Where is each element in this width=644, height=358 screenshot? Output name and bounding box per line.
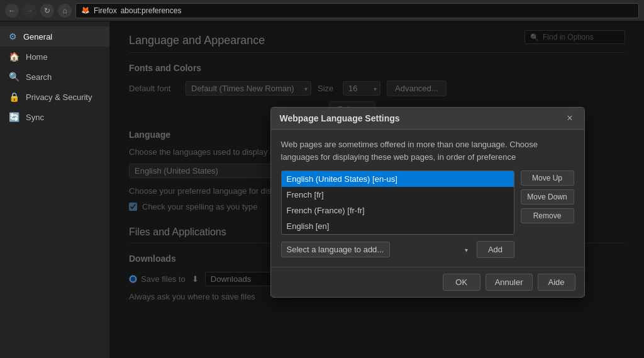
browser-chrome: ← → ↻ ⌂ 🦊 Firefox about:preferences [0,0,644,21]
cancel-button[interactable]: Annuler [486,274,533,291]
sidebar-item-home[interactable]: 🏠 Home [0,47,109,67]
sidebar-label-search: Search [26,72,52,82]
sidebar-label-privacy: Privacy & Security [26,92,92,102]
sidebar-item-general[interactable]: ⚙ General [0,26,109,47]
modal-title: Webpage Language Settings [280,113,400,123]
add-language-button[interactable]: Add [477,241,514,258]
modal-description: Web pages are sometimes offered in more … [281,138,574,163]
list-item[interactable]: English [en] [282,218,514,234]
main-content: 🔍 Language and Appearance Fonts and Colo… [110,21,644,358]
address-bar[interactable]: 🦊 Firefox about:preferences [75,3,639,18]
lang-list: English (United States) [en-us] French [… [281,171,514,235]
modal-close-button[interactable]: × [564,113,575,124]
lock-icon: 🔒 [9,92,19,102]
list-item[interactable]: French (France) [fr-fr] [282,203,514,218]
browser-label: Firefox [94,6,117,15]
move-down-button[interactable]: Move Down [521,189,574,204]
modal-body: Web pages are sometimes offered in more … [271,130,584,267]
modal-main-area: English (United States) [en-us] French [… [281,171,574,258]
add-lang-select-wrapper: Select a language to add... [281,242,472,257]
sync-icon: 🔄 [9,112,19,122]
app-body: ⚙ General 🏠 Home 🔍 Search 🔒 Privacy & Se… [0,21,644,358]
help-button[interactable]: Aide [538,274,575,291]
sidebar-label-sync: Sync [26,113,44,122]
ok-button[interactable]: OK [443,274,480,291]
move-up-button[interactable]: Move Up [521,171,574,186]
back-button[interactable]: ← [5,4,19,18]
list-item[interactable]: French [fr] [282,187,514,203]
modal-overlay: Webpage Language Settings × Web pages ar… [110,21,644,358]
sidebar-label-home: Home [26,52,48,62]
gear-icon: ⚙ [9,31,17,42]
lang-add-row: Select a language to add... Add [281,241,514,258]
list-item[interactable]: English (United States) [en-us] [282,171,514,187]
sidebar-label-general: General [23,32,52,42]
sidebar-item-privacy[interactable]: 🔒 Privacy & Security [0,87,109,107]
remove-button[interactable]: Remove [521,208,574,223]
search-nav-icon: 🔍 [9,72,19,82]
sidebar-item-sync[interactable]: 🔄 Sync [0,107,109,127]
reload-button[interactable]: ↻ [40,4,54,18]
add-language-select[interactable]: Select a language to add... [281,242,390,257]
modal-footer: OK Annuler Aide [271,267,584,297]
lang-list-container: English (United States) [en-us] French [… [281,171,514,258]
sidebar-item-search[interactable]: 🔍 Search [0,67,109,87]
forward-button[interactable]: → [23,4,36,18]
address-text: about:preferences [121,6,182,15]
modal-dialog: Webpage Language Settings × Web pages ar… [270,107,585,298]
favicon-icon: 🦊 [81,6,90,14]
home-icon: 🏠 [9,52,19,62]
sidebar: ⚙ General 🏠 Home 🔍 Search 🔒 Privacy & Se… [0,21,110,358]
modal-side-buttons: Move Up Move Down Remove [521,171,574,258]
home-button[interactable]: ⌂ [58,4,72,18]
modal-header: Webpage Language Settings × [271,108,584,130]
